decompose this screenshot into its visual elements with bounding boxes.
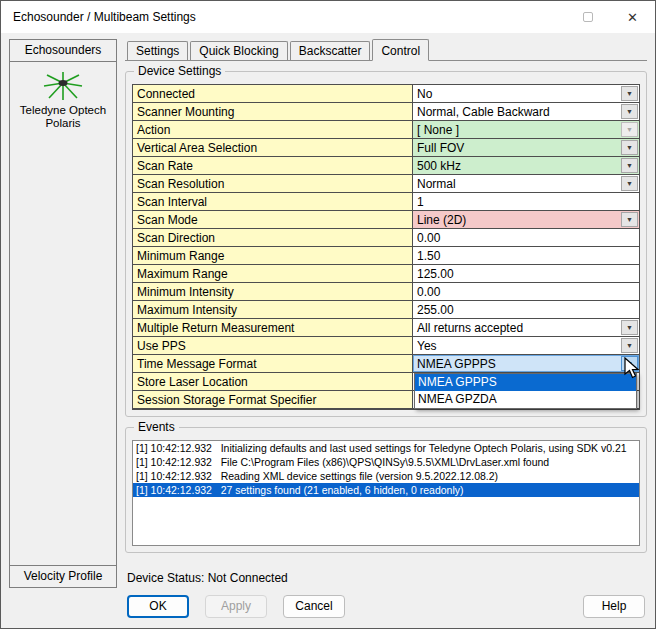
row-maximum-intensity: Maximum Intensity 255.00 (133, 301, 639, 319)
setting-label: Store Laser Location (133, 373, 413, 390)
dropdown-arrow-icon[interactable]: ▼ (621, 320, 638, 335)
apply-button[interactable]: Apply (205, 595, 267, 618)
event-log-line[interactable]: [1] 10:42:12.932 Initializing defaults a… (133, 441, 639, 455)
setting-value: 1 (417, 195, 424, 209)
setting-value: Normal (417, 177, 456, 191)
minimum-range-field[interactable]: 1.50 (413, 247, 639, 264)
row-scan-mode: Scan Mode Line (2D) ▼ (133, 211, 639, 229)
maximize-button[interactable] (565, 1, 610, 33)
setting-value: 0.00 (417, 231, 440, 245)
tab-quick-blocking[interactable]: Quick Blocking (190, 41, 287, 60)
time-message-format-dropdown[interactable]: NMEA GPPPS ▼ (413, 355, 639, 372)
sidebar: Echosounders (9, 39, 117, 588)
setting-value: 0.00 (417, 285, 440, 299)
dropdown-arrow-icon[interactable]: ▼ (621, 176, 638, 191)
tab-control[interactable]: Control (372, 39, 429, 61)
setting-label: Session Storage Format Specifier (133, 391, 413, 408)
sidebar-header-echosounders[interactable]: Echosounders (9, 39, 117, 62)
maximum-intensity-field[interactable]: 255.00 (413, 301, 639, 318)
setting-value: 1.50 (417, 249, 440, 263)
row-scan-rate: Scan Rate 500 kHz ▼ (133, 157, 639, 175)
setting-label: Scan Resolution (133, 175, 413, 192)
setting-label: Action (133, 121, 413, 138)
dropdown-arrow-icon[interactable]: ▼ (621, 104, 638, 119)
setting-value: No (417, 87, 432, 101)
tab-backscatter[interactable]: Backscatter (290, 41, 371, 60)
setting-label: Use PPS (133, 337, 413, 354)
setting-value: [ None ] (417, 123, 459, 137)
row-vertical-area-selection: Vertical Area Selection Full FOV ▼ (133, 139, 639, 157)
setting-label: Time Message Format (133, 355, 413, 372)
tab-settings[interactable]: Settings (127, 41, 188, 60)
scanner-mounting-dropdown[interactable]: Normal, Cable Backward ▼ (413, 103, 639, 120)
event-log-line-selected[interactable]: [1] 10:42:12.932 27 settings found (21 e… (133, 483, 639, 497)
setting-label: Scan Interval (133, 193, 413, 210)
dropdown-option-nmea-gpzda[interactable]: NMEA GPZDA (415, 391, 636, 408)
footer-button-bar: OK Apply Cancel Help (125, 595, 647, 620)
ok-button[interactable]: OK (127, 595, 189, 618)
scan-resolution-dropdown[interactable]: Normal ▼ (413, 175, 639, 192)
event-log-line[interactable]: [1] 10:42:12.932 File C:\Program Files (… (133, 455, 639, 469)
sidebar-header-velocity-profile[interactable]: Velocity Profile (9, 566, 117, 588)
dropdown-arrow-icon[interactable]: ▼ (621, 86, 638, 101)
setting-label: Minimum Range (133, 247, 413, 264)
event-log-line[interactable]: [1] 10:42:12.932 Reading XML device sett… (133, 469, 639, 483)
scan-direction-field[interactable]: 0.00 (413, 229, 639, 246)
connected-dropdown[interactable]: No ▼ (413, 85, 639, 102)
setting-label: Scan Rate (133, 157, 413, 174)
device-settings-group-title: Device Settings (134, 64, 225, 78)
setting-label: Scan Mode (133, 211, 413, 228)
scan-interval-field[interactable]: 1 (413, 193, 639, 210)
multiple-return-measurement-dropdown[interactable]: All returns accepted ▼ (413, 319, 639, 336)
time-message-format-dropdown-list: NMEA GPPPS NMEA GPZDA (414, 373, 637, 409)
row-minimum-range: Minimum Range 1.50 (133, 247, 639, 265)
row-scan-resolution: Scan Resolution Normal ▼ (133, 175, 639, 193)
events-group: Events [1] 10:42:12.932 Initializing def… (125, 427, 647, 553)
setting-label: Scanner Mounting (133, 103, 413, 120)
close-icon: ✕ (627, 10, 638, 25)
title-bar: Echosounder / Multibeam Settings ✕ (1, 1, 655, 33)
device-settings-group: Device Settings Connected No ▼ Scanner M… (125, 71, 647, 417)
dropdown-arrow-icon[interactable]: ▼ (621, 140, 638, 155)
close-button[interactable]: ✕ (610, 1, 655, 33)
setting-label: Multiple Return Measurement (133, 319, 413, 336)
help-button[interactable]: Help (583, 595, 645, 618)
row-minimum-intensity: Minimum Intensity 0.00 (133, 283, 639, 301)
setting-value: 125.00 (417, 267, 454, 281)
events-list[interactable]: [1] 10:42:12.932 Initializing defaults a… (132, 440, 640, 546)
dropdown-option-nmea-gppps[interactable]: NMEA GPPPS (415, 374, 636, 391)
dropdown-arrow-icon[interactable]: ▼ (621, 338, 638, 353)
row-scanner-mounting: Scanner Mounting Normal, Cable Backward … (133, 103, 639, 121)
setting-value: NMEA GPPPS (417, 357, 496, 371)
setting-value: All returns accepted (417, 321, 523, 335)
row-time-message-format: Time Message Format NMEA GPPPS ▼ (133, 355, 639, 373)
row-action: Action [ None ] ▼ (133, 121, 639, 139)
device-item-teledyne-optech-polaris[interactable]: Teledyne Optech Polaris (17, 70, 109, 130)
dropdown-arrow-icon[interactable]: ▼ (621, 356, 638, 371)
minimum-intensity-field[interactable]: 0.00 (413, 283, 639, 300)
setting-label: Scan Direction (133, 229, 413, 246)
setting-value: 255.00 (417, 303, 454, 317)
row-use-pps: Use PPS Yes ▼ (133, 337, 639, 355)
scan-rate-dropdown[interactable]: 500 kHz ▼ (413, 157, 639, 174)
row-connected: Connected No ▼ (133, 85, 639, 103)
setting-value: Normal, Cable Backward (417, 105, 550, 119)
dropdown-arrow-icon: ▼ (621, 122, 638, 137)
setting-label: Maximum Intensity (133, 301, 413, 318)
dropdown-arrow-icon[interactable]: ▼ (621, 212, 638, 227)
main-content: Settings Quick Blocking Backscatter Cont… (125, 39, 647, 620)
scan-mode-dropdown[interactable]: Line (2D) ▼ (413, 211, 639, 228)
cancel-button[interactable]: Cancel (283, 595, 345, 618)
setting-label: Maximum Range (133, 265, 413, 282)
settings-table: Connected No ▼ Scanner Mounting Normal, … (132, 84, 640, 410)
spacer (125, 553, 647, 567)
dropdown-arrow-icon[interactable]: ▼ (621, 158, 638, 173)
setting-label: Minimum Intensity (133, 283, 413, 300)
tab-bar: Settings Quick Blocking Backscatter Cont… (125, 39, 647, 61)
vertical-area-selection-dropdown[interactable]: Full FOV ▼ (413, 139, 639, 156)
action-dropdown[interactable]: [ None ] ▼ (413, 121, 639, 138)
row-maximum-range: Maximum Range 125.00 (133, 265, 639, 283)
maximum-range-field[interactable]: 125.00 (413, 265, 639, 282)
use-pps-dropdown[interactable]: Yes ▼ (413, 337, 639, 354)
setting-label: Connected (133, 85, 413, 102)
